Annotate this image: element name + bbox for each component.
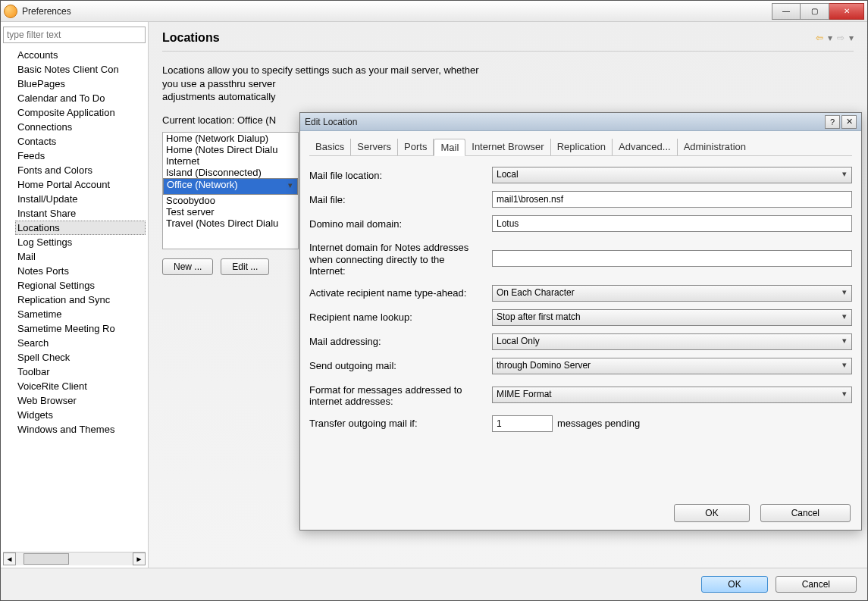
label-internet-domain: Internet domain for Notes addresses when… — [309, 239, 487, 277]
tab-administration[interactable]: Administration — [678, 139, 752, 155]
tree-item[interactable]: Mail — [15, 249, 146, 264]
modal-cancel-button[interactable]: Cancel — [760, 504, 851, 522]
tree-item[interactable]: Connections — [15, 120, 146, 134]
location-row[interactable]: Island (Disconnected) — [163, 167, 298, 178]
locations-list[interactable]: Home (Network Dialup)Home (Notes Direct … — [162, 132, 299, 249]
description: Locations allow you to specify settings … — [162, 64, 854, 104]
scroll-thumb[interactable] — [24, 553, 69, 565]
tree-item[interactable]: Composite Application — [15, 105, 146, 120]
new-button[interactable]: New ... — [162, 258, 213, 275]
tree-item[interactable]: BluePages — [15, 77, 146, 91]
sidebar: AccountsBasic Notes Client ConBluePagesC… — [1, 22, 149, 568]
transfer-count-input[interactable] — [492, 415, 553, 432]
tree-item[interactable]: Toolbar — [15, 365, 146, 379]
tab-basics[interactable]: Basics — [309, 139, 351, 155]
filter-input[interactable] — [3, 27, 146, 43]
modal-title: Edit Location — [305, 117, 357, 127]
close-button[interactable]: ✕ — [829, 3, 864, 20]
tree-item[interactable]: Instant Share — [15, 206, 146, 221]
location-row[interactable]: Home (Notes Direct Dialu — [163, 144, 298, 155]
tree-item[interactable]: Sametime Meeting Ro — [15, 321, 146, 336]
tree-hscrollbar[interactable]: ◄ ► — [3, 552, 146, 565]
tree-item[interactable]: Log Settings — [15, 235, 146, 249]
tree-item[interactable]: Contacts — [15, 134, 146, 149]
location-row[interactable]: Test server — [163, 206, 298, 218]
ok-button[interactable]: OK — [701, 576, 767, 593]
format-select[interactable]: MIME Format — [492, 387, 852, 403]
minimize-button[interactable]: — — [772, 3, 801, 20]
desc-line: adjustments automatically — [162, 90, 854, 104]
tree-item[interactable]: Install/Update — [15, 192, 146, 206]
domino-domain-input[interactable] — [492, 215, 852, 232]
mail-form: Mail file location: Local Mail file: Dom… — [309, 167, 852, 432]
tree-item[interactable]: Windows and Themes — [15, 422, 146, 437]
modal-close-button[interactable]: ✕ — [841, 115, 857, 129]
tree-item[interactable]: Sametime — [15, 307, 146, 321]
preferences-tree[interactable]: AccountsBasic Notes Client ConBluePagesC… — [3, 48, 146, 552]
tree-item[interactable]: Widgets — [15, 408, 146, 422]
help-button[interactable]: ? — [825, 115, 840, 129]
tree-item[interactable]: Home Portal Account — [15, 177, 146, 192]
label-format: Format for messages addressed to interne… — [309, 382, 487, 408]
main-header: Locations ⇦ ▾ ⇨ ▾ — [162, 31, 854, 52]
label-lookup: Recipient name lookup: — [309, 311, 487, 323]
label-typeahead: Activate recipient name type-ahead: — [309, 287, 487, 299]
tree-item[interactable]: Basic Notes Client Con — [15, 62, 146, 77]
tab-advanced-[interactable]: Advanced... — [613, 139, 678, 155]
tab-replication[interactable]: Replication — [551, 139, 613, 155]
tree-item[interactable]: Notes Ports — [15, 264, 146, 278]
tree-item[interactable]: Locations — [15, 221, 146, 235]
location-row[interactable]: Home (Network Dialup) — [163, 133, 298, 144]
label-mail-file: Mail file: — [309, 194, 487, 205]
send-outgoing-select[interactable]: through Domino Server — [492, 358, 852, 374]
tree-item[interactable]: Replication and Sync — [15, 293, 146, 307]
internet-domain-input[interactable] — [492, 250, 852, 267]
titlebar: Preferences — ▢ ✕ — [1, 1, 867, 22]
tree-item[interactable]: Accounts — [15, 48, 146, 62]
location-row[interactable]: Internet — [163, 155, 298, 167]
modal-body: BasicsServersPortsMailInternet BrowserRe… — [300, 131, 861, 496]
nav-forward-menu-icon[interactable]: ▾ — [849, 33, 854, 43]
lookup-select[interactable]: Stop after first match — [492, 309, 852, 326]
label-mail-file-location: Mail file location: — [309, 170, 487, 181]
window-title: Preferences — [22, 6, 71, 17]
label-send-outgoing: Send outgoing mail: — [309, 360, 487, 371]
modal-footer: OK Cancel — [300, 496, 861, 530]
tree-item[interactable]: Calendar and To Do — [15, 91, 146, 105]
tree-item[interactable]: Feeds — [15, 149, 146, 163]
tree-item[interactable]: Spell Check — [15, 350, 146, 365]
typeahead-select[interactable]: On Each Character — [492, 285, 852, 302]
tab-servers[interactable]: Servers — [351, 139, 398, 155]
scroll-track[interactable] — [16, 552, 133, 565]
tab-mail[interactable]: Mail — [434, 139, 465, 156]
location-row[interactable]: Office (Network) — [163, 178, 298, 195]
nav-back-icon[interactable]: ⇦ — [816, 33, 823, 43]
modal-ok-button[interactable]: OK — [674, 504, 749, 522]
mail-file-input[interactable] — [492, 191, 852, 208]
scroll-left-icon[interactable]: ◄ — [3, 552, 16, 565]
location-row[interactable]: Travel (Notes Direct Dialu — [163, 218, 298, 229]
desc-line: you use a passthru server — [162, 77, 854, 91]
label-domino-domain: Domino mail domain: — [309, 218, 487, 230]
location-row[interactable]: Scoobydoo — [163, 195, 298, 206]
tree-item[interactable]: Fonts and Colors — [15, 163, 146, 177]
nav-forward-icon[interactable]: ⇨ — [837, 33, 844, 43]
scroll-right-icon[interactable]: ► — [133, 552, 146, 565]
tree-item[interactable]: Search — [15, 336, 146, 350]
tree-item[interactable]: Regional Settings — [15, 278, 146, 293]
cancel-button[interactable]: Cancel — [776, 576, 857, 593]
window-controls: — ▢ ✕ — [772, 3, 864, 20]
label-addressing: Mail addressing: — [309, 336, 487, 347]
modal-titlebar: Edit Location ? ✕ — [300, 113, 861, 131]
mail-file-location-select[interactable]: Local — [492, 167, 852, 183]
edit-location-dialog: Edit Location ? ✕ BasicsServersPortsMail… — [299, 112, 862, 531]
tab-ports[interactable]: Ports — [398, 139, 434, 155]
nav-back-menu-icon[interactable]: ▾ — [828, 33, 832, 43]
maximize-button[interactable]: ▢ — [801, 3, 829, 20]
nav-arrows: ⇦ ▾ ⇨ ▾ — [816, 33, 854, 43]
tree-item[interactable]: VoiceRite Client — [15, 379, 146, 393]
tab-internet-browser[interactable]: Internet Browser — [465, 139, 550, 155]
edit-button[interactable]: Edit ... — [221, 258, 269, 275]
addressing-select[interactable]: Local Only — [492, 333, 852, 350]
tree-item[interactable]: Web Browser — [15, 393, 146, 408]
